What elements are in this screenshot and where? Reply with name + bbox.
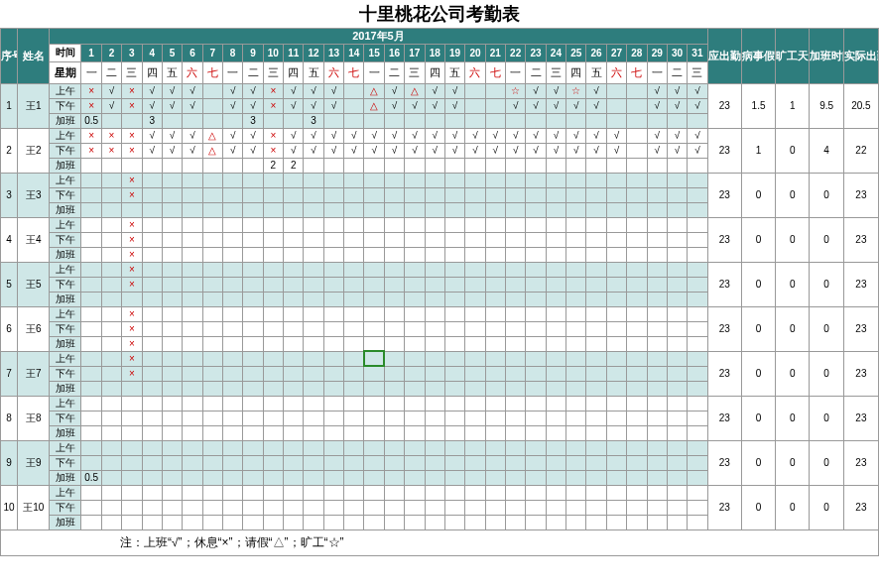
cell-r7-ot-d18[interactable] bbox=[425, 425, 444, 440]
cell-r5-am-d23[interactable] bbox=[526, 306, 546, 321]
cell-r3-ot-d13[interactable] bbox=[323, 247, 343, 262]
cell-r5-ot-d24[interactable] bbox=[546, 336, 565, 351]
cell-r5-pm-d23[interactable] bbox=[526, 321, 546, 336]
cell-r5-ot-d18[interactable] bbox=[425, 336, 444, 351]
cell-r6-am-d5[interactable] bbox=[162, 351, 182, 366]
cell-r2-pm-d8[interactable] bbox=[222, 187, 242, 202]
cell-r4-am-d27[interactable] bbox=[606, 262, 626, 277]
cell-r2-pm-d19[interactable] bbox=[444, 187, 464, 202]
cell-r6-am-d1[interactable] bbox=[81, 351, 101, 366]
cell-r5-am-d4[interactable] bbox=[142, 306, 162, 321]
cell-r2-am-d24[interactable] bbox=[546, 173, 565, 187]
cell-r0-pm-d3[interactable]: × bbox=[122, 98, 142, 113]
cell-r6-pm-d16[interactable] bbox=[384, 366, 404, 381]
cell-r8-ot-d4[interactable] bbox=[142, 470, 162, 485]
cell-r3-pm-d7[interactable] bbox=[202, 232, 222, 247]
cell-r4-ot-d27[interactable] bbox=[606, 292, 626, 306]
cell-r9-pm-d26[interactable] bbox=[586, 500, 606, 515]
cell-r6-ot-d25[interactable] bbox=[566, 381, 586, 396]
cell-r1-pm-d27[interactable]: √ bbox=[606, 143, 626, 158]
cell-r8-pm-d9[interactable] bbox=[243, 455, 263, 470]
cell-r3-pm-d17[interactable] bbox=[405, 232, 425, 247]
cell-r7-am-d16[interactable] bbox=[384, 396, 404, 411]
cell-r7-ot-d2[interactable] bbox=[101, 425, 121, 440]
cell-r8-am-d6[interactable] bbox=[183, 440, 202, 455]
cell-r0-pm-d15[interactable]: △ bbox=[364, 98, 384, 113]
cell-r4-am-d2[interactable] bbox=[101, 262, 121, 277]
cell-r9-pm-d7[interactable] bbox=[202, 500, 222, 515]
cell-r4-pm-d19[interactable] bbox=[444, 277, 464, 292]
cell-r0-am-d9[interactable]: √ bbox=[243, 83, 263, 98]
cell-r5-pm-d6[interactable] bbox=[183, 321, 202, 336]
cell-r8-am-d21[interactable] bbox=[485, 440, 505, 455]
cell-r4-ot-d20[interactable] bbox=[465, 292, 485, 306]
cell-r2-ot-d5[interactable] bbox=[162, 202, 182, 217]
cell-r2-am-d3[interactable]: × bbox=[122, 173, 142, 187]
cell-r0-pm-d29[interactable]: √ bbox=[647, 98, 667, 113]
cell-r2-ot-d10[interactable] bbox=[263, 202, 283, 217]
cell-r2-ot-d25[interactable] bbox=[566, 202, 586, 217]
cell-r8-ot-d7[interactable] bbox=[202, 470, 222, 485]
cell-r7-pm-d4[interactable] bbox=[142, 411, 162, 425]
cell-r0-pm-d2[interactable]: √ bbox=[101, 98, 121, 113]
cell-r0-ot-d20[interactable] bbox=[465, 113, 485, 128]
cell-r4-am-d5[interactable] bbox=[162, 262, 182, 277]
cell-r4-pm-d9[interactable] bbox=[243, 277, 263, 292]
cell-r2-pm-d31[interactable] bbox=[688, 187, 707, 202]
cell-r1-am-d22[interactable]: √ bbox=[506, 128, 526, 143]
cell-r1-ot-d18[interactable] bbox=[425, 158, 444, 173]
cell-r8-pm-d27[interactable] bbox=[606, 455, 626, 470]
cell-r3-pm-d24[interactable] bbox=[546, 232, 565, 247]
cell-r3-pm-d14[interactable] bbox=[344, 232, 364, 247]
cell-r4-am-d21[interactable] bbox=[485, 262, 505, 277]
cell-r7-pm-d29[interactable] bbox=[647, 411, 667, 425]
cell-r5-am-d29[interactable] bbox=[647, 306, 667, 321]
cell-r9-pm-d22[interactable] bbox=[506, 500, 526, 515]
cell-r2-pm-d18[interactable] bbox=[425, 187, 444, 202]
cell-r9-ot-d13[interactable] bbox=[323, 515, 343, 529]
cell-r6-pm-d13[interactable] bbox=[323, 366, 343, 381]
cell-r3-pm-d6[interactable] bbox=[183, 232, 202, 247]
cell-r5-am-d12[interactable] bbox=[304, 306, 323, 321]
cell-r1-pm-d23[interactable]: √ bbox=[526, 143, 546, 158]
cell-r2-ot-d14[interactable] bbox=[344, 202, 364, 217]
cell-r9-ot-d16[interactable] bbox=[384, 515, 404, 529]
cell-r1-pm-d6[interactable]: √ bbox=[183, 143, 202, 158]
cell-r6-ot-d7[interactable] bbox=[202, 381, 222, 396]
cell-r2-am-d14[interactable] bbox=[344, 173, 364, 187]
cell-r6-ot-d31[interactable] bbox=[688, 381, 707, 396]
cell-r7-pm-d12[interactable] bbox=[304, 411, 323, 425]
cell-r5-ot-d15[interactable] bbox=[364, 336, 384, 351]
cell-r6-pm-d2[interactable] bbox=[101, 366, 121, 381]
cell-r6-ot-d11[interactable] bbox=[284, 381, 304, 396]
cell-r0-am-d12[interactable]: √ bbox=[304, 83, 323, 98]
cell-r9-pm-d24[interactable] bbox=[546, 500, 565, 515]
cell-r9-am-d12[interactable] bbox=[304, 485, 323, 500]
cell-r4-am-d7[interactable] bbox=[202, 262, 222, 277]
cell-r7-pm-d22[interactable] bbox=[506, 411, 526, 425]
cell-r0-ot-d30[interactable] bbox=[667, 113, 687, 128]
cell-r6-am-d22[interactable] bbox=[506, 351, 526, 366]
cell-r9-ot-d5[interactable] bbox=[162, 515, 182, 529]
cell-r7-ot-d8[interactable] bbox=[222, 425, 242, 440]
cell-r1-pm-d25[interactable]: √ bbox=[566, 143, 586, 158]
cell-r1-am-d2[interactable]: × bbox=[101, 128, 121, 143]
cell-r6-ot-d1[interactable] bbox=[81, 381, 101, 396]
cell-r9-pm-d12[interactable] bbox=[304, 500, 323, 515]
cell-r5-pm-d11[interactable] bbox=[284, 321, 304, 336]
cell-r1-pm-d18[interactable]: √ bbox=[425, 143, 444, 158]
cell-r4-am-d18[interactable] bbox=[425, 262, 444, 277]
cell-r0-am-d29[interactable]: √ bbox=[647, 83, 667, 98]
cell-r2-ot-d26[interactable] bbox=[586, 202, 606, 217]
cell-r8-pm-d28[interactable] bbox=[627, 455, 647, 470]
cell-r8-ot-d21[interactable] bbox=[485, 470, 505, 485]
cell-r9-pm-d2[interactable] bbox=[101, 500, 121, 515]
cell-r8-am-d17[interactable] bbox=[405, 440, 425, 455]
cell-r1-am-d23[interactable]: √ bbox=[526, 128, 546, 143]
cell-r0-ot-d23[interactable] bbox=[526, 113, 546, 128]
cell-r2-ot-d20[interactable] bbox=[465, 202, 485, 217]
cell-r8-am-d27[interactable] bbox=[606, 440, 626, 455]
cell-r5-am-d21[interactable] bbox=[485, 306, 505, 321]
cell-r7-ot-d1[interactable] bbox=[81, 425, 101, 440]
cell-r7-am-d22[interactable] bbox=[506, 396, 526, 411]
